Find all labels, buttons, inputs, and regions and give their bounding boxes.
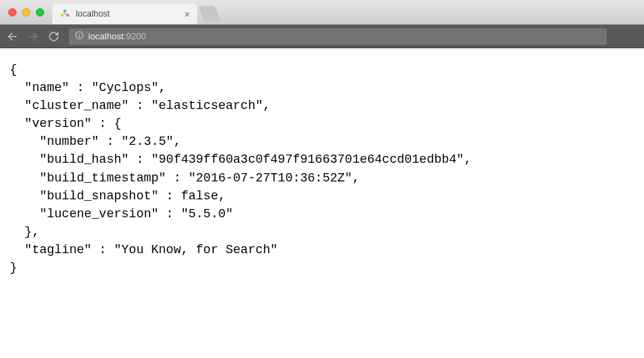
url-host: localhost [88,31,123,41]
svg-point-0 [63,10,67,13]
new-tab-button[interactable] [199,6,221,21]
json-line: }, [10,225,39,239]
svg-point-1 [61,14,64,17]
json-line: "number" : "2.3.5", [10,135,181,148]
reload-button[interactable] [48,31,59,42]
json-line: "build_hash" : "90f439ff60a3c0f497f91663… [10,152,472,166]
json-line: "build_snapshot" : false, [10,189,225,203]
json-line: } [10,261,17,275]
window-close-button[interactable] [8,8,17,17]
window-titlebar: localhost × [0,0,644,25]
window-minimize-button[interactable] [22,8,30,17]
json-line: "lucene_version" : "5.5.0" [10,207,233,221]
traffic-lights [0,8,44,17]
site-info-icon[interactable] [74,30,84,42]
tab-strip: localhost × [52,0,218,24]
browser-toolbar: localhost:9200 [0,25,644,48]
url-port: :9200 [123,31,146,41]
forward-button[interactable] [28,31,39,42]
browser-tab[interactable]: localhost × [52,3,197,24]
json-line: "build_timestamp" : "2016-07-27T10:36:52… [10,171,360,185]
tab-title: localhost [76,9,179,19]
url-text: localhost:9200 [88,31,146,41]
tab-close-icon[interactable]: × [184,9,190,19]
json-line: { [10,63,17,77]
json-body: { "name" : "Cyclops", "cluster_name" : "… [10,61,634,277]
json-line: "version" : { [10,117,121,130]
svg-point-8 [79,33,79,34]
page-content: { "name" : "Cyclops", "cluster_name" : "… [0,48,644,289]
back-button[interactable] [7,31,18,42]
json-line: "cluster_name" : "elasticsearch", [10,99,270,112]
window-maximize-button[interactable] [36,8,44,17]
json-line: "tagline" : "You Know, for Search" [10,243,278,257]
json-line: "name" : "Cyclops", [10,81,166,95]
svg-point-2 [66,14,70,17]
favicon-icon [59,8,70,19]
nav-buttons [7,31,59,42]
svg-point-3 [64,13,66,15]
address-bar[interactable]: localhost:9200 [69,28,607,45]
